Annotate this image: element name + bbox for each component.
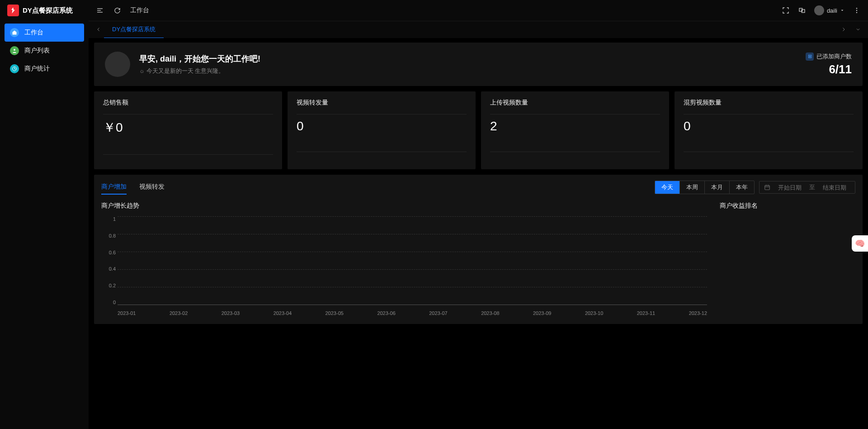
calendar-icon (764, 184, 770, 191)
seg-today[interactable]: 今天 (655, 181, 680, 194)
x-axis-ticks: 2023-01 2023-02 2023-03 2023-04 2023-05 … (118, 310, 707, 316)
logo-area: DY点餐探店系统 (0, 0, 89, 21)
seg-month[interactable]: 本月 (705, 181, 730, 194)
svg-point-7 (856, 8, 857, 9)
greeting-metric: ⊞ 已添加商户数 6/11 (806, 52, 852, 76)
date-start-input[interactable] (774, 184, 806, 191)
stat-value: ￥0 (103, 119, 273, 136)
user-icon (10, 46, 19, 55)
metric-label: 已添加商户数 (816, 52, 852, 61)
y-tick: 0.2 (101, 283, 116, 288)
stat-value: 2 (490, 119, 660, 133)
stat-icon (10, 64, 19, 73)
refresh-icon[interactable] (113, 6, 121, 14)
stat-card-total-sales: 总销售额 ￥0 (94, 91, 282, 169)
date-sep: 至 (809, 183, 815, 191)
y-tick: 1 (101, 216, 116, 222)
chart-tab-merchant-growth[interactable]: 商户增加 (101, 180, 127, 195)
username: daili (827, 7, 837, 14)
collapse-icon[interactable] (96, 6, 104, 14)
stat-title: 混剪视频数量 (684, 99, 854, 107)
y-tick: 0 (101, 300, 116, 305)
stat-value: 0 (684, 119, 854, 133)
chart-left-title: 商户增长趋势 (101, 202, 711, 210)
x-tick: 2023-02 (170, 310, 188, 316)
seg-year[interactable]: 本年 (730, 181, 754, 194)
chart-right-title: 商户收益排名 (720, 202, 855, 210)
chart-header: 商户增加 视频转发 今天 本周 本月 本年 至 (101, 180, 855, 195)
logo-icon (7, 5, 19, 16)
x-tick: 2023-12 (689, 310, 707, 316)
x-tick: 2023-05 (326, 310, 344, 316)
y-tick: 0.4 (101, 266, 116, 272)
y-tick: 0.8 (101, 233, 116, 238)
avatar-icon (814, 5, 824, 15)
stat-card-mixed-videos: 混剪视频数量 0 (675, 91, 863, 169)
y-axis-ticks: 1 0.8 0.6 0.4 0.2 0 (101, 216, 116, 305)
fullscreen-icon[interactable] (782, 6, 790, 14)
tabstrip-right (838, 26, 863, 34)
x-tick: 2023-10 (585, 310, 603, 316)
stat-card-uploaded-videos: 上传视频数量 2 (481, 91, 669, 169)
stat-title: 视频转发量 (297, 99, 467, 107)
chart-area: 1 0.8 0.6 0.4 0.2 0 2023-01 2023-02 2023… (101, 216, 711, 316)
topbar-left: 工作台 (96, 6, 149, 14)
tabstrip: DY点餐探店系统 (89, 21, 868, 38)
assistant-widget[interactable]: 🧠 (852, 235, 868, 252)
date-end-input[interactable] (819, 184, 850, 191)
tab-label: DY点餐探店系统 (112, 25, 156, 33)
chart-tabs: 商户增加 视频转发 (101, 180, 165, 195)
sidebar-item-label: 工作台 (24, 29, 43, 37)
merchant-badge-icon: ⊞ (806, 52, 814, 61)
tabstrip-prev[interactable] (93, 26, 104, 34)
more-icon[interactable] (853, 6, 861, 14)
x-tick: 2023-03 (222, 310, 240, 316)
tab-workbench[interactable]: DY点餐探店系统 (104, 21, 164, 38)
sidebar-menu: 工作台 商户列表 商户统计 (0, 21, 89, 78)
x-tick: 2023-08 (481, 310, 499, 316)
y-tick: 0.6 (101, 250, 116, 255)
brain-icon: 🧠 (855, 238, 865, 248)
svg-point-0 (14, 49, 15, 51)
stat-cards: 总销售额 ￥0 视频转发量 0 上传视频数量 2 混剪视频数量 0 (94, 91, 863, 169)
date-range-picker[interactable]: 至 (759, 181, 855, 194)
stat-card-video-shares: 视频转发量 0 (288, 91, 476, 169)
tabstrip-dropdown[interactable] (853, 26, 863, 34)
user-menu[interactable]: daili (814, 5, 844, 15)
seg-week[interactable]: 本周 (680, 181, 705, 194)
home-icon (10, 28, 19, 37)
x-tick: 2023-06 (377, 310, 395, 316)
app-name: DY点餐探店系统 (23, 6, 73, 15)
sidebar-item-label: 商户列表 (24, 47, 50, 55)
x-tick: 2023-01 (118, 310, 136, 316)
sidebar-item-label: 商户统计 (24, 65, 50, 73)
stat-title: 总销售额 (103, 99, 273, 107)
sidebar-item-merchant-list[interactable]: 商户列表 (5, 42, 84, 60)
svg-point-9 (856, 12, 857, 13)
greeting-title: 早安, daili，开始您一天的工作吧! (139, 53, 260, 64)
chevron-down-icon (840, 8, 844, 13)
chart-tab-video-share[interactable]: 视频转发 (139, 180, 165, 195)
chart-right: 商户收益排名 (720, 202, 855, 316)
chart-controls: 今天 本周 本月 本年 至 (655, 181, 855, 194)
greeting-subtitle: ☼ 今天又是新的一天 生意兴隆。 (139, 67, 260, 75)
sidebar-item-workbench[interactable]: 工作台 (5, 24, 84, 42)
grid-lines (118, 216, 707, 305)
language-icon[interactable] (798, 6, 806, 14)
topbar: 工作台 daili (89, 0, 868, 21)
x-tick: 2023-11 (637, 310, 655, 316)
x-tick: 2023-04 (274, 310, 292, 316)
sidebar-item-merchant-stats[interactable]: 商户统计 (5, 60, 84, 78)
greeting-panel: 早安, daili，开始您一天的工作吧! ☼ 今天又是新的一天 生意兴隆。 ⊞ … (94, 43, 863, 86)
x-tick: 2023-07 (429, 310, 447, 316)
chart-left: 商户增长趋势 1 0.8 0.6 0.4 0.2 0 2023-01 (101, 202, 711, 316)
tabstrip-next[interactable] (838, 26, 849, 34)
topbar-right: daili (782, 5, 861, 15)
svg-rect-10 (765, 186, 770, 190)
chart-body: 商户增长趋势 1 0.8 0.6 0.4 0.2 0 2023-01 (101, 202, 855, 316)
breadcrumb: 工作台 (130, 6, 149, 14)
main-content: 早安, daili，开始您一天的工作吧! ☼ 今天又是新的一天 生意兴隆。 ⊞ … (89, 38, 868, 429)
stat-value: 0 (297, 119, 467, 133)
greeting-text: 早安, daili，开始您一天的工作吧! ☼ 今天又是新的一天 生意兴隆。 (139, 53, 260, 75)
user-avatar (105, 52, 130, 77)
